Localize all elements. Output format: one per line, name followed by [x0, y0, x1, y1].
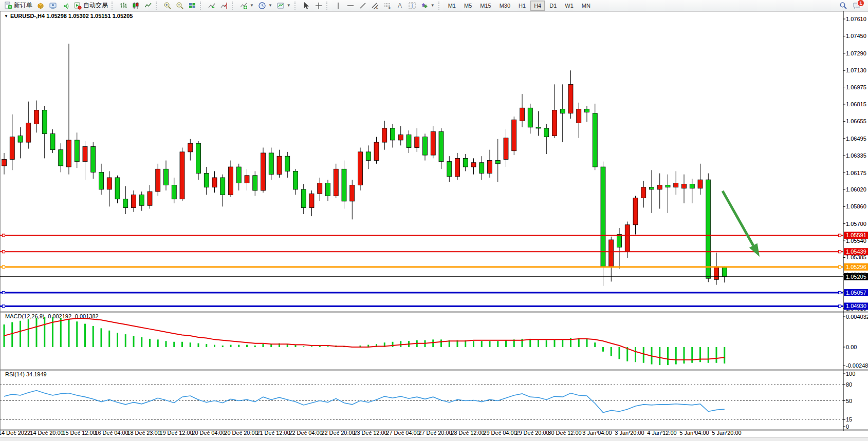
- indicators-icon: [239, 2, 248, 10]
- candle: [431, 126, 435, 159]
- macd-bar: [117, 333, 118, 347]
- candle: [407, 130, 411, 153]
- candle: [560, 84, 565, 142]
- tab-timeframe-MN[interactable]: MN: [578, 1, 594, 11]
- time-axis-label: 27 Dec 20:00: [418, 430, 452, 436]
- macd-panel: [4, 317, 726, 365]
- macd-bar: [489, 341, 491, 347]
- zoom-in-icon: [163, 2, 172, 10]
- macd-bar: [691, 347, 693, 363]
- navigator-icon: [61, 2, 69, 10]
- price-scale[interactable]: 1.076101.074501.072901.071301.069751.068…: [843, 16, 868, 430]
- candlestick-mode-button[interactable]: [130, 0, 142, 11]
- time-scale[interactable]: 14 Dec 202214 Dec 20:0015 Dec 12:0016 De…: [0, 430, 742, 436]
- tab-timeframe-D1[interactable]: D1: [546, 1, 560, 11]
- candle: [245, 169, 249, 190]
- toolbar-separator: [326, 2, 330, 10]
- macd-indicator-label: MACD(12,26,9) -0.002192 -0.001382: [5, 313, 99, 319]
- autotrading-button[interactable]: 自动交易: [71, 0, 110, 11]
- tab-timeframe-M15[interactable]: M15: [476, 1, 494, 11]
- candle: [674, 171, 678, 195]
- candle: [463, 154, 468, 171]
- line-handle[interactable]: [3, 266, 5, 269]
- templates-icon: [276, 2, 285, 10]
- line-handle[interactable]: [839, 234, 841, 237]
- tab-timeframe-M30[interactable]: M30: [496, 1, 514, 11]
- candle: [204, 167, 209, 195]
- time-axis-label: 21 Dec 12:00: [256, 430, 290, 436]
- tab-timeframe-H1[interactable]: H1: [515, 1, 529, 11]
- indicators-button[interactable]: ▼: [237, 0, 256, 11]
- tab-timeframe-H4[interactable]: H4: [530, 1, 545, 11]
- line-handle[interactable]: [839, 266, 841, 269]
- candle: [593, 104, 597, 170]
- macd-bar: [675, 347, 677, 365]
- line-handle[interactable]: [3, 305, 5, 308]
- candle: [309, 190, 314, 216]
- candle: [107, 171, 112, 206]
- zoom-in-button[interactable]: [161, 0, 174, 11]
- axis-label: 1.07290: [846, 50, 866, 56]
- svg-text:T: T: [411, 3, 414, 9]
- tile-windows-button[interactable]: [186, 0, 198, 11]
- macd-bar: [699, 347, 701, 362]
- tab-timeframe-M1[interactable]: M1: [445, 1, 459, 11]
- line-chart-icon: [144, 2, 152, 10]
- macd-bar: [222, 346, 224, 347]
- horizontal-line-tool-button[interactable]: [344, 0, 357, 11]
- periods-button[interactable]: ▼: [256, 0, 274, 11]
- bar-chart-mode-button[interactable]: [117, 0, 130, 11]
- cursor-icon: [302, 2, 310, 10]
- candle: [512, 117, 516, 155]
- text-tool-button[interactable]: A: [394, 0, 406, 11]
- cursor-tool-button[interactable]: [300, 0, 312, 11]
- line-handle[interactable]: [839, 291, 841, 294]
- templates-button[interactable]: ▼: [274, 0, 293, 11]
- search-icon[interactable]: [839, 2, 847, 10]
- bar-chart-icon: [119, 2, 127, 10]
- tab-timeframe-M5[interactable]: M5: [460, 1, 475, 11]
- auto-scroll-button[interactable]: [206, 0, 218, 11]
- macd-bar: [667, 347, 669, 365]
- market-watch-button[interactable]: [34, 0, 47, 11]
- chart-canvas[interactable]: 14 Dec 202214 Dec 20:0015 Dec 12:0016 De…: [0, 0, 868, 441]
- chevron-down-icon: ▼: [287, 3, 291, 8]
- navigator-button[interactable]: [59, 0, 71, 11]
- candle: [488, 150, 492, 178]
- fibonacci-tool-button[interactable]: F: [381, 0, 394, 11]
- line-handle[interactable]: [839, 305, 841, 308]
- line-handle[interactable]: [839, 251, 841, 253]
- line-handle[interactable]: [3, 291, 5, 294]
- line-chart-mode-button[interactable]: [142, 0, 154, 11]
- time-axis-label: 20 Dec 04:00: [192, 430, 225, 436]
- candle: [156, 164, 160, 196]
- macd-bar: [157, 339, 159, 347]
- line-handle[interactable]: [3, 234, 5, 237]
- text-label-tool-button[interactable]: T: [406, 0, 418, 11]
- candle: [67, 44, 71, 175]
- notifications-button[interactable]: 1: [853, 2, 861, 10]
- candle: [164, 161, 169, 190]
- candle: [415, 128, 419, 152]
- candle: [83, 141, 87, 180]
- vertical-line-tool-button[interactable]: [332, 0, 344, 11]
- trend-arrow[interactable]: [723, 191, 760, 257]
- macd-bar: [481, 341, 483, 347]
- trendline-tool-button[interactable]: [357, 0, 369, 11]
- arrows-tool-button[interactable]: ▼: [418, 0, 437, 11]
- symbol-info-bar[interactable]: ▼ EURUSD-,H4 1.05298 1.05302 1.05151 1.0…: [4, 13, 133, 19]
- window-bottom-strip: [0, 437, 868, 441]
- channel-tool-button[interactable]: E: [369, 0, 381, 11]
- candle: [350, 180, 355, 219]
- crosshair-tool-button[interactable]: [312, 0, 325, 11]
- tab-timeframe-W1[interactable]: W1: [561, 1, 577, 11]
- data-window-button[interactable]: [47, 0, 59, 11]
- line-handle[interactable]: [3, 251, 5, 253]
- zoom-out-button[interactable]: [174, 0, 186, 11]
- candle: [236, 164, 241, 190]
- chevron-down-icon: ▼: [250, 3, 254, 8]
- chart-shift-button[interactable]: [218, 0, 230, 11]
- candle: [568, 70, 573, 119]
- axis-label: 1.06655: [846, 118, 866, 124]
- new-order-button[interactable]: 新订单: [2, 0, 34, 11]
